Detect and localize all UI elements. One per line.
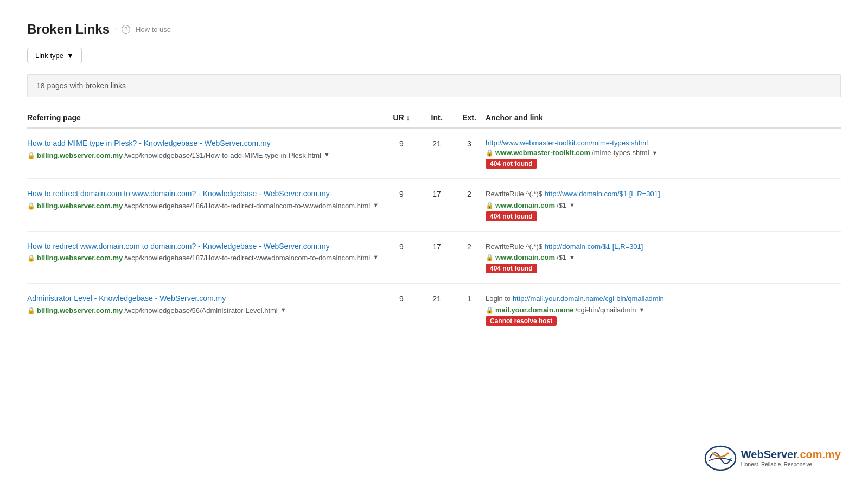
url-base[interactable]: billing.webserver.com.my xyxy=(37,254,123,262)
anchor-prefix: Login to xyxy=(486,294,513,303)
chevron-down-icon[interactable]: ▼ xyxy=(324,151,330,158)
col-int-value: 17 xyxy=(420,189,453,198)
summary-text: 18 pages with broken links xyxy=(36,81,126,90)
anchor-domain-path: /mime-types.shtml xyxy=(592,149,649,157)
col-ext-value: 2 xyxy=(453,241,486,251)
anchor-url[interactable]: http://www.domain.com/$1 [L,R=301] xyxy=(545,190,660,198)
col-int-value: 21 xyxy=(420,138,453,148)
table-row: How to redirect www.domain.com to domain… xyxy=(27,232,841,284)
col-ur-value: 9 xyxy=(382,241,420,251)
summary-bar: 18 pages with broken links xyxy=(27,74,841,97)
table-row: How to add MIME type in Plesk? - Knowled… xyxy=(27,129,841,179)
page-url: 🔒billing.webserver.com.my/wcp/knowledgeb… xyxy=(27,306,382,314)
chevron-down-icon[interactable]: ▼ xyxy=(280,306,286,313)
url-path: /wcp/knowledgebase/131/How-to-add-MIME-t… xyxy=(124,151,321,159)
col-int-value: 21 xyxy=(420,293,453,303)
col-ext: Ext. xyxy=(453,113,486,122)
status-badge: 404 not found xyxy=(486,264,537,273)
table-header: Referring page UR ↓ Int. Ext. Anchor and… xyxy=(27,108,841,129)
anchor-domain-line: 🔒www.domain.com/$1▼ xyxy=(486,201,841,209)
chevron-down-icon[interactable]: ▼ xyxy=(373,202,379,208)
anchor-domain-path: /$1 xyxy=(557,201,566,209)
anchor-domain-base[interactable]: www.webmaster-toolkit.com xyxy=(495,149,590,157)
col-ur[interactable]: UR ↓ xyxy=(382,113,420,122)
url-base[interactable]: billing.webserver.com.my xyxy=(37,202,123,210)
lock-icon: 🔒 xyxy=(27,202,35,210)
anchor-prefix: RewriteRule ^(.*)$ xyxy=(486,242,545,251)
dropdown-label: Link type xyxy=(35,52,63,60)
status-badge: Cannot resolve host xyxy=(486,316,557,326)
link-type-dropdown[interactable]: Link type ▼ xyxy=(27,48,82,63)
anchor-prefix-line: Login to http://mail.your.domain.name/cg… xyxy=(486,293,841,304)
anchor-domain-line: 🔒www.domain.com/$1▼ xyxy=(486,253,841,261)
anchor-lock-icon: 🔒 xyxy=(486,202,494,209)
anchor-lock-icon: 🔒 xyxy=(486,149,494,157)
status-badge: 404 not found xyxy=(486,159,537,169)
anchor-chevron-icon[interactable]: ▼ xyxy=(569,202,575,208)
anchor-prefix-line: RewriteRule ^(.*)$ http://www.domain.com… xyxy=(486,189,841,200)
filter-row: Link type ▼ xyxy=(27,48,841,63)
url-path: /wcp/knowledgebase/56/Administrator-Leve… xyxy=(124,306,278,314)
anchor-domain-base[interactable]: www.domain.com xyxy=(495,201,555,209)
dropdown-arrow: ▼ xyxy=(67,52,74,60)
col-ur-value: 9 xyxy=(382,189,420,198)
col-referring-page: Referring page xyxy=(27,113,382,122)
page-title-link[interactable]: Administrator Level - Knowledgebase - We… xyxy=(27,294,226,303)
help-icon[interactable]: ? xyxy=(122,25,130,34)
col-int-value: 17 xyxy=(420,241,453,251)
anchor-domain-path: /cgi-bin/qmailadmin xyxy=(576,306,636,314)
anchor-link-cell: RewriteRule ^(.*)$ http://domain.com/$1 … xyxy=(486,241,841,274)
page-url: 🔒billing.webserver.com.my/wcp/knowledgeb… xyxy=(27,254,382,262)
url-base[interactable]: billing.webserver.com.my xyxy=(37,306,123,314)
table-body: How to add MIME type in Plesk? - Knowled… xyxy=(27,129,841,336)
page-title-link[interactable]: How to redirect www.domain.com to domain… xyxy=(27,242,330,251)
col-ur-value: 9 xyxy=(382,138,420,148)
lock-icon: 🔒 xyxy=(27,152,35,159)
referring-page-cell: How to add MIME type in Plesk? - Knowled… xyxy=(27,138,382,159)
lock-icon: 🔒 xyxy=(27,254,35,262)
info-icon[interactable]: ⁱ xyxy=(115,25,116,34)
anchor-domain-line: 🔒www.webmaster-toolkit.com/mime-types.sh… xyxy=(486,149,841,157)
anchor-chevron-icon[interactable]: ▼ xyxy=(639,306,645,313)
chevron-down-icon[interactable]: ▼ xyxy=(373,254,379,260)
col-anchor-link: Anchor and link xyxy=(486,113,841,122)
page-header: Broken Links ⁱ ? How to use xyxy=(27,22,841,37)
anchor-domain-base[interactable]: mail.your.domain.name xyxy=(495,306,574,314)
table-row: How to redirect domain.com to www.domain… xyxy=(27,179,841,232)
col-ext-value: 3 xyxy=(453,138,486,148)
anchor-chevron-icon[interactable]: ▼ xyxy=(569,254,575,261)
col-int: Int. xyxy=(420,113,453,122)
col-ur-value: 9 xyxy=(382,293,420,303)
anchor-url[interactable]: http://mail.your.domain.name/cgi-bin/qma… xyxy=(513,294,664,303)
anchor-url[interactable]: http://domain.com/$1 [L,R=301] xyxy=(545,242,643,251)
referring-page-cell: How to redirect domain.com to www.domain… xyxy=(27,189,382,210)
anchor-prefix-line: RewriteRule ^(.*)$ http://domain.com/$1 … xyxy=(486,241,841,252)
col-ext-value: 2 xyxy=(453,189,486,198)
url-base[interactable]: billing.webserver.com.my xyxy=(37,151,123,159)
anchor-link-cell: Login to http://mail.your.domain.name/cg… xyxy=(486,293,841,326)
anchor-url[interactable]: http://www.webmaster-toolkit.com/mime-ty… xyxy=(486,139,648,147)
col-ext-value: 1 xyxy=(453,293,486,303)
page-title: Broken Links xyxy=(27,22,110,37)
anchor-domain-line: 🔒mail.your.domain.name/cgi-bin/qmailadmi… xyxy=(486,306,841,314)
referring-page-cell: Administrator Level - Knowledgebase - We… xyxy=(27,293,382,314)
anchor-url-line: http://www.webmaster-toolkit.com/mime-ty… xyxy=(486,138,841,147)
referring-page-cell: How to redirect www.domain.com to domain… xyxy=(27,241,382,262)
url-path: /wcp/knowledgebase/187/How-to-redirect-w… xyxy=(124,254,370,262)
anchor-link-cell: RewriteRule ^(.*)$ http://www.domain.com… xyxy=(486,189,841,221)
status-badge: 404 not found xyxy=(486,211,537,221)
how-to-use-link[interactable]: How to use xyxy=(136,25,171,34)
page-title-link[interactable]: How to redirect domain.com to www.domain… xyxy=(27,189,330,198)
anchor-lock-icon: 🔒 xyxy=(486,306,494,314)
anchor-chevron-icon[interactable]: ▼ xyxy=(652,150,658,156)
anchor-link-cell: http://www.webmaster-toolkit.com/mime-ty… xyxy=(486,138,841,169)
anchor-prefix: RewriteRule ^(.*)$ xyxy=(486,190,545,198)
page-title-link[interactable]: How to add MIME type in Plesk? - Knowled… xyxy=(27,139,271,147)
table-row: Administrator Level - Knowledgebase - We… xyxy=(27,284,841,336)
url-path: /wcp/knowledgebase/186/How-to-redirect-d… xyxy=(124,202,370,210)
page-url: 🔒billing.webserver.com.my/wcp/knowledgeb… xyxy=(27,151,382,159)
anchor-domain-path: /$1 xyxy=(557,253,566,261)
anchor-domain-base[interactable]: www.domain.com xyxy=(495,253,555,261)
anchor-lock-icon: 🔒 xyxy=(486,254,494,261)
page-url: 🔒billing.webserver.com.my/wcp/knowledgeb… xyxy=(27,202,382,210)
